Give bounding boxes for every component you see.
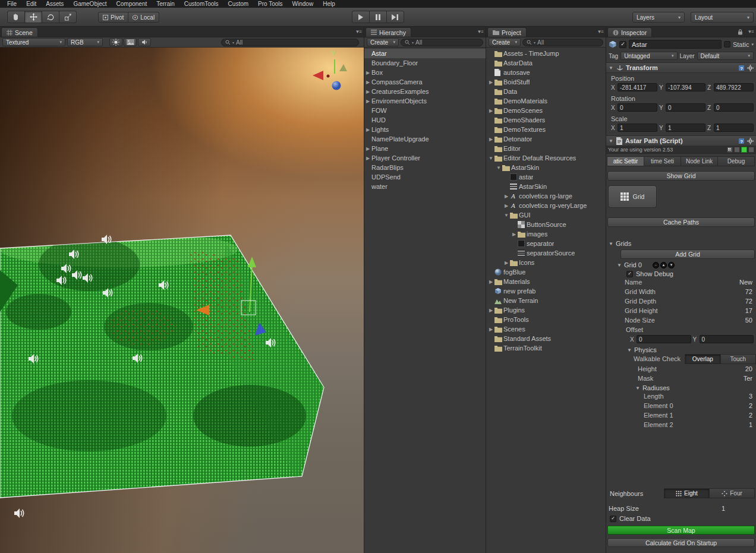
grid-property[interactable]: Grid Depth72: [606, 296, 756, 306]
hierarchy-create-dropdown[interactable]: Create ▾: [367, 38, 399, 46]
offset-y-field[interactable]: 0: [700, 335, 754, 343]
grid-property[interactable]: Node Size50: [606, 315, 756, 325]
mini-grid-button[interactable]: [727, 147, 733, 153]
scale-z-field[interactable]: 1: [714, 124, 754, 132]
project-item[interactable]: ▶Plugins: [486, 305, 606, 315]
foldout-arrow-icon[interactable]: ▶: [503, 260, 510, 266]
help-book-icon[interactable]: ?: [738, 138, 745, 144]
rotation-z-field[interactable]: 0: [714, 103, 754, 112]
project-item[interactable]: ▶Materials: [486, 277, 606, 286]
project-item[interactable]: DemoShaders: [486, 115, 606, 125]
project-item[interactable]: DemoMaterials: [486, 96, 606, 106]
project-item[interactable]: separatorSource: [486, 248, 606, 258]
mini-status-button[interactable]: [741, 147, 747, 153]
menu-item[interactable]: Custom: [223, 1, 253, 7]
hierarchy-item[interactable]: ▶CreaturesExamples: [364, 87, 486, 96]
foldout-arrow-icon[interactable]: ▶: [487, 279, 494, 285]
project-item[interactable]: ▶images: [486, 229, 606, 239]
audio-source-icon[interactable]: [68, 248, 81, 260]
object-name-field[interactable]: Astar: [629, 40, 722, 49]
menu-item[interactable]: File: [2, 1, 21, 7]
hierarchy-item[interactable]: water: [364, 182, 486, 191]
hierarchy-item[interactable]: NamePlateUpgrade: [364, 134, 486, 144]
lock-icon[interactable]: [738, 29, 743, 35]
pivot-toggle[interactable]: Pivot: [98, 12, 128, 23]
gear-icon[interactable]: [747, 65, 754, 71]
foldout-arrow-icon[interactable]: ▶: [503, 194, 510, 199]
project-item[interactable]: ▶Detonator: [486, 134, 606, 144]
rotation-x-field[interactable]: 0: [618, 103, 657, 112]
audio-source-icon[interactable]: [100, 233, 114, 245]
hierarchy-item[interactable]: HUD: [364, 115, 486, 125]
physics-property[interactable]: Height20: [606, 364, 756, 374]
grid-property[interactable]: Grid Width72: [606, 287, 756, 296]
project-item[interactable]: Standard Assets: [486, 334, 606, 343]
scene-effects-toggle[interactable]: [124, 38, 137, 46]
active-checkbox[interactable]: ✓: [619, 41, 626, 48]
menu-item[interactable]: Assets: [41, 1, 68, 7]
project-item[interactable]: ▼AstarSkin: [486, 163, 606, 172]
cache-paths-button[interactable]: Cache Paths: [607, 217, 755, 227]
move-down-icon[interactable]: ▼: [668, 262, 675, 268]
offset-x-field[interactable]: 0: [637, 335, 691, 343]
foldout-arrow-icon[interactable]: ▶: [364, 127, 371, 132]
local-toggle[interactable]: Local: [128, 12, 159, 23]
foldout-arrow-icon[interactable]: ▶: [364, 146, 371, 151]
foldout-arrow-icon[interactable]: ▼: [487, 156, 494, 161]
layers-dropdown[interactable]: Layers ▾: [632, 12, 685, 23]
hierarchy-item[interactable]: ▶Box: [364, 68, 486, 77]
grid-property[interactable]: NameNew: [606, 277, 756, 287]
hierarchy-item[interactable]: ▶Plane: [364, 144, 486, 153]
audio-source-icon[interactable]: [55, 274, 68, 286]
hierarchy-item[interactable]: RadarBlips: [364, 163, 486, 172]
static-checkbox[interactable]: [724, 41, 730, 48]
remove-grid-icon[interactable]: −: [653, 262, 659, 268]
neighbours-button[interactable]: Four: [709, 488, 755, 498]
move-up-icon[interactable]: ▲: [660, 262, 667, 268]
project-item[interactable]: ▶Acoolvetica rg-veryLarge: [486, 201, 606, 210]
grid-button[interactable]: Grid: [608, 185, 657, 208]
project-item[interactable]: ▶Scenes: [486, 324, 606, 334]
astar-settings-tab[interactable]: Node Link: [681, 156, 718, 166]
project-item[interactable]: Data: [486, 87, 606, 96]
neighbours-button[interactable]: Eight: [664, 488, 710, 498]
project-create-dropdown[interactable]: Create ▾: [489, 38, 521, 46]
project-item[interactable]: ▶Icons: [486, 258, 606, 267]
tab-hierarchy[interactable]: Hierarchy: [366, 27, 411, 37]
panel-menu-icon[interactable]: ▼≡: [597, 29, 603, 34]
audio-source-icon[interactable]: [264, 337, 278, 349]
project-item[interactable]: separator: [486, 239, 606, 248]
move-tool-button[interactable]: [24, 11, 42, 23]
panel-menu-icon[interactable]: ▼≡: [477, 29, 483, 34]
show-grid-button[interactable]: Show Grid: [607, 171, 755, 181]
radius-property[interactable]: Element 21: [606, 420, 756, 429]
menu-item[interactable]: CustomTools: [179, 1, 223, 7]
foldout-arrow-icon[interactable]: ▶: [364, 80, 371, 85]
panel-menu-icon[interactable]: ▼≡: [355, 29, 361, 34]
physics-property[interactable]: MaskTer: [606, 374, 756, 383]
static-dropdown-icon[interactable]: ▾: [751, 42, 754, 47]
project-item[interactable]: AstarData: [486, 58, 606, 68]
layer-dropdown[interactable]: Default ▾: [697, 52, 754, 60]
transform-component-header[interactable]: ▼ Transform ?: [606, 62, 756, 73]
audio-source-icon[interactable]: [81, 272, 94, 284]
hierarchy-item[interactable]: ▶Lights: [364, 125, 486, 134]
rotation-y-field[interactable]: 0: [666, 103, 705, 112]
audio-source-icon[interactable]: [131, 352, 144, 364]
position-x-field[interactable]: -281.4117: [618, 83, 657, 91]
radius-property[interactable]: Length3: [606, 391, 756, 401]
hierarchy-item[interactable]: Boundary_Floor: [364, 58, 486, 68]
foldout-arrow-icon[interactable]: ▶: [511, 232, 518, 237]
project-item[interactable]: ▶DemoScenes: [486, 106, 606, 115]
project-item[interactable]: AstarSkin: [486, 182, 606, 191]
radius-property[interactable]: Element 12: [606, 410, 756, 420]
astar-path-component-header[interactable]: ▼ Astar Path (Script) ?: [606, 135, 756, 146]
project-item[interactable]: ButtonSource: [486, 220, 606, 229]
gear-icon[interactable]: [747, 138, 754, 144]
hierarchy-item[interactable]: ▶EnviromentObjects: [364, 96, 486, 106]
foldout-arrow-icon[interactable]: ▶: [364, 156, 371, 161]
foldout-arrow-icon[interactable]: ▼: [609, 65, 614, 71]
walkable-check-button[interactable]: Touch: [720, 354, 756, 364]
scene-lighting-toggle[interactable]: [109, 38, 122, 46]
rotate-tool-button[interactable]: [42, 11, 59, 23]
